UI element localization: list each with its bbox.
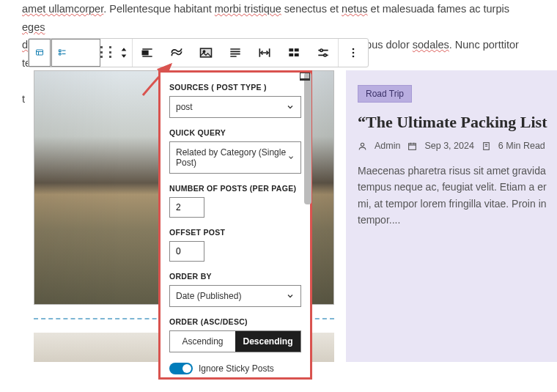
svg-rect-16 <box>409 143 416 149</box>
layout-icon[interactable] <box>279 39 309 67</box>
block-toolbar <box>28 38 369 67</box>
svg-rect-7 <box>295 48 299 51</box>
align-icon[interactable] <box>133 39 162 67</box>
quick-query-label: QUICK QUERY <box>169 128 301 137</box>
svg-point-11 <box>324 54 326 56</box>
sources-label: SOURCES ( POST TYPE ) <box>169 83 301 92</box>
num-posts-label: NUMBER OF POSTS (PER PAGE) <box>169 184 296 193</box>
svg-point-10 <box>320 49 322 51</box>
chevron-down-icon <box>286 103 295 111</box>
sources-select[interactable]: post <box>169 96 301 118</box>
post-title[interactable]: “The Ultimate Packing List <box>358 113 557 132</box>
offset-label: OFFSET POST <box>169 228 301 237</box>
query-loop-icon[interactable] <box>162 39 191 67</box>
quick-query-select[interactable]: Related by Category (Single Post) <box>169 141 301 174</box>
post-date: Sep 3, 2024 <box>424 141 473 151</box>
post-card: Road Trip “The Ultimate Packing List Adm… <box>346 70 557 362</box>
svg-rect-0 <box>37 50 43 55</box>
sticky-posts-toggle[interactable] <box>169 363 193 374</box>
chevron-down-icon <box>286 292 295 300</box>
dropdown-scrollbar[interactable] <box>304 73 311 204</box>
settings-sliders-icon[interactable] <box>309 39 338 67</box>
order-label: ORDER (ASC/DESC) <box>169 317 301 326</box>
sticky-posts-label: Ignore Sticky Posts <box>199 363 274 374</box>
svg-point-12 <box>353 48 355 51</box>
orderby-select[interactable]: Date (Published) <box>169 285 301 307</box>
ascending-button[interactable]: Ascending <box>170 331 235 352</box>
svg-rect-2 <box>142 51 148 55</box>
descending-button[interactable]: Descending <box>235 331 300 352</box>
drag-handle-icon[interactable] <box>100 39 117 67</box>
width-icon[interactable] <box>250 39 279 67</box>
move-arrows-icon[interactable] <box>117 39 132 67</box>
featured-image-icon[interactable] <box>191 39 221 67</box>
responsive-icon[interactable] <box>300 73 310 81</box>
block-type-icon[interactable] <box>29 39 51 67</box>
svg-rect-8 <box>289 53 293 56</box>
order-toggle: Ascending Descending <box>169 330 301 352</box>
num-posts-input[interactable] <box>169 197 204 218</box>
svg-rect-9 <box>295 53 299 56</box>
svg-point-15 <box>361 143 364 146</box>
read-time-icon <box>482 141 491 151</box>
query-settings-dropdown: SOURCES ( POST TYPE ) post QUICK QUERY R… <box>158 70 312 380</box>
read-time: 6 Min Read <box>498 141 545 151</box>
author-icon <box>358 141 367 151</box>
svg-point-13 <box>353 52 355 54</box>
post-meta: Admin Sep 3, 2024 6 Min Read <box>358 141 557 151</box>
svg-point-14 <box>353 56 355 58</box>
svg-rect-6 <box>289 48 293 51</box>
chevron-down-icon <box>287 153 295 162</box>
category-tag[interactable]: Road Trip <box>358 85 412 103</box>
author-name[interactable]: Admin <box>375 141 400 151</box>
post-excerpt: Maecenas pharetra risus sit amet gravida… <box>358 163 557 229</box>
list-view-icon[interactable] <box>51 39 100 67</box>
svg-rect-1 <box>59 50 62 52</box>
justify-icon[interactable] <box>221 39 250 67</box>
offset-input[interactable] <box>169 241 204 262</box>
calendar-icon <box>407 141 417 151</box>
orderby-label: ORDER BY <box>169 272 301 281</box>
more-options-icon[interactable] <box>339 39 368 67</box>
